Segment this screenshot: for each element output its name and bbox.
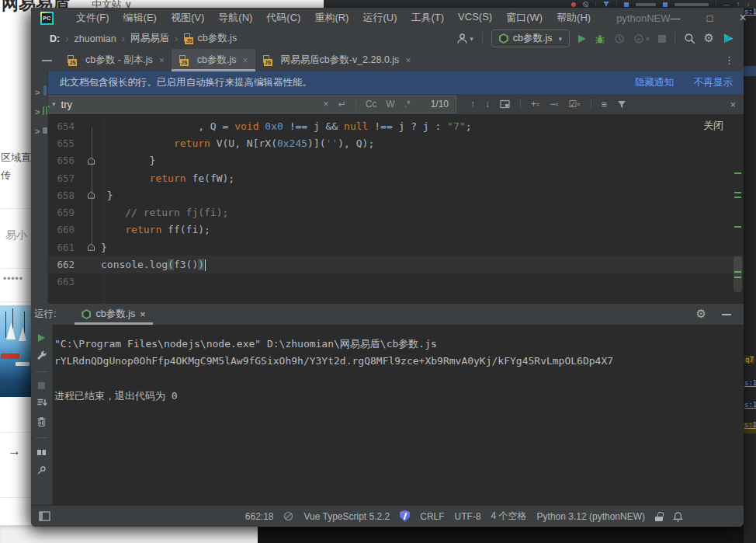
chevron-right-icon[interactable]: > xyxy=(35,88,40,97)
add-occurrence-icon[interactable]: +▫ xyxy=(531,99,539,110)
open-in-find-window-icon[interactable] xyxy=(500,99,510,109)
scrollbar-thumb[interactable] xyxy=(733,256,742,292)
toolwindow-toggle-icon[interactable] xyxy=(39,511,50,521)
webpage-input-placeholder[interactable]: 易小 xyxy=(5,228,27,242)
breadcrumb-file[interactable]: JS cb参数.js xyxy=(183,32,237,45)
fold-marker-icon[interactable] xyxy=(75,191,101,199)
lock-icon[interactable] xyxy=(655,512,663,521)
menu-item[interactable]: 工具(T) xyxy=(404,11,451,25)
fold-marker-icon[interactable] xyxy=(75,243,101,251)
menu-item[interactable]: VCS(S) xyxy=(451,11,499,25)
code-line[interactable]: 654, Q = void 0x0 !== j && null !== j ? … xyxy=(48,117,733,134)
filter-icon[interactable] xyxy=(617,100,626,109)
devtools-log-fragment[interactable]: s:1 xyxy=(744,421,756,429)
editor-tab[interactable]: JS cb参数.js × xyxy=(172,49,255,71)
user-avatar-button[interactable]: ▾ xyxy=(456,33,473,44)
coverage-button[interactable] xyxy=(614,33,625,44)
minimize-button[interactable]: — xyxy=(671,12,681,24)
code-line[interactable]: 660return ff(fi); xyxy=(48,221,733,238)
menu-item[interactable]: 导航(N) xyxy=(211,11,259,25)
hide-tabs-icon[interactable] xyxy=(42,60,52,61)
match-case-toggle[interactable]: Cc xyxy=(366,99,377,110)
run-settings-gear-icon[interactable]: ⚙ xyxy=(696,308,706,320)
menu-item[interactable]: 编辑(E) xyxy=(116,11,164,25)
settings-gear-icon[interactable]: ⚙ xyxy=(704,33,714,44)
breadcrumb-item[interactable]: 网易易盾 xyxy=(130,32,169,45)
dont-show-again-link[interactable]: 不再显示 xyxy=(694,76,733,89)
highlighting-level-icon[interactable] xyxy=(283,511,293,521)
code-line[interactable]: 661} xyxy=(48,238,733,256)
code-line[interactable]: 657return fe(fW); xyxy=(48,169,733,186)
code-editor[interactable]: 654, Q = void 0x0 !== j && null !== j ? … xyxy=(48,115,744,304)
encoding[interactable]: UTF-8 xyxy=(455,511,481,522)
fold-marker-icon[interactable] xyxy=(75,157,101,165)
tab-close-icon[interactable]: × xyxy=(243,55,248,66)
whole-word-toggle[interactable]: W xyxy=(386,99,394,110)
devtools-log-fragment[interactable]: q7 xyxy=(744,356,754,364)
tab-close-icon[interactable]: × xyxy=(159,55,165,66)
chevron-right-icon[interactable]: > xyxy=(35,127,40,136)
debug-button[interactable] xyxy=(595,33,605,44)
remove-occurrence-icon[interactable]: −▫ xyxy=(550,99,558,110)
code-line[interactable]: 662console.log(f3()) xyxy=(48,256,744,273)
tab-close-icon[interactable]: × xyxy=(405,55,411,66)
tab-close-icon[interactable]: × xyxy=(140,309,145,320)
editor-tab[interactable]: JS cb参数 - 副本.js × xyxy=(60,49,172,71)
caret-position[interactable]: 662:18 xyxy=(245,511,274,522)
close-find-bar-icon[interactable]: × xyxy=(730,99,736,110)
code-line[interactable]: 658} xyxy=(48,186,733,204)
run-settings-wrench-icon[interactable] xyxy=(36,350,47,361)
layout-settings-icon[interactable] xyxy=(36,448,47,457)
breadcrumb-item[interactable]: D: xyxy=(50,33,60,44)
hide-notification-link[interactable]: 隐藏通知 xyxy=(635,76,674,89)
search-input[interactable]: ▾ try × ↵ Cc W .* 1/10 xyxy=(33,96,456,113)
scroll-to-end-icon[interactable] xyxy=(36,398,47,408)
rerun-button[interactable] xyxy=(38,334,45,342)
menu-item[interactable]: 代码(C) xyxy=(259,11,307,25)
clear-console-trash-icon[interactable] xyxy=(36,416,47,427)
webpage-captcha-image[interactable] xyxy=(0,305,31,397)
editor-close-link[interactable]: 关闭 xyxy=(703,119,723,133)
maximize-button[interactable]: □ xyxy=(707,12,713,24)
clear-search-icon[interactable]: × xyxy=(324,99,329,110)
profiler-button[interactable]: ▾ xyxy=(633,33,650,44)
search-everywhere-button[interactable] xyxy=(684,33,695,44)
menu-item[interactable]: 文件(F) xyxy=(69,11,116,25)
run-button[interactable] xyxy=(578,35,586,43)
menu-item[interactable]: 视图(V) xyxy=(164,11,211,25)
chevron-right-icon[interactable]: > xyxy=(35,107,40,117)
stop-button[interactable] xyxy=(658,35,666,43)
code-line[interactable]: 656} xyxy=(48,152,733,169)
more-options-icon[interactable]: ⋮ xyxy=(724,54,744,66)
regex-toggle[interactable]: .* xyxy=(404,99,411,110)
menu-item[interactable]: 帮助(H) xyxy=(550,11,598,25)
typescript-service-icon[interactable] xyxy=(400,510,410,522)
code-line[interactable]: 663 xyxy=(48,273,733,291)
menu-item[interactable]: 窗口(W) xyxy=(499,11,550,25)
next-match-icon[interactable]: ↓ xyxy=(485,99,490,110)
error-stripe[interactable] xyxy=(733,115,743,304)
stop-button-disabled[interactable] xyxy=(38,382,45,389)
run-console[interactable]: "C:\Program Files\nodejs\node.exe" D:\zh… xyxy=(53,325,744,505)
code-line[interactable]: 655return V(U, N[rX(0x245)](''), Q); xyxy=(48,134,733,151)
search-options-icon[interactable]: ≡ xyxy=(602,99,608,110)
notifications-bell-icon[interactable] xyxy=(673,511,683,522)
language-service[interactable]: Vue TypeScript 5.2.2 xyxy=(303,511,390,522)
code-line[interactable]: 659// return fj(fi); xyxy=(48,204,733,221)
interpreter[interactable]: Python 3.12 (pythonNEW) xyxy=(537,511,645,522)
line-ending[interactable]: CRLF xyxy=(420,511,444,522)
webpage-next-arrow[interactable]: → xyxy=(8,444,21,459)
indent-setting[interactable]: 4 个空格 xyxy=(491,510,527,523)
previous-match-icon[interactable]: ↑ xyxy=(470,99,475,110)
search-history-icon[interactable]: ↵ xyxy=(338,99,346,110)
devtools-log-fragment[interactable]: s:1 xyxy=(744,379,756,387)
hide-panel-icon[interactable] xyxy=(722,314,731,315)
devtools-log-fragment[interactable]: s:1 xyxy=(744,401,756,409)
run-configuration-select[interactable]: cb参数.js ▾ xyxy=(491,30,570,47)
editor-tab[interactable]: JS 网易易盾cb参数-v_2.28.0.js × xyxy=(255,49,418,71)
select-all-occurrences-icon[interactable]: ☑▫ xyxy=(569,99,581,110)
run-tab[interactable]: cb参数.js × xyxy=(75,304,152,325)
menu-item[interactable]: 重构(R) xyxy=(307,11,355,25)
ide-logo-icon[interactable] xyxy=(723,33,734,44)
breadcrumb-item[interactable]: zhuomian xyxy=(75,33,116,44)
